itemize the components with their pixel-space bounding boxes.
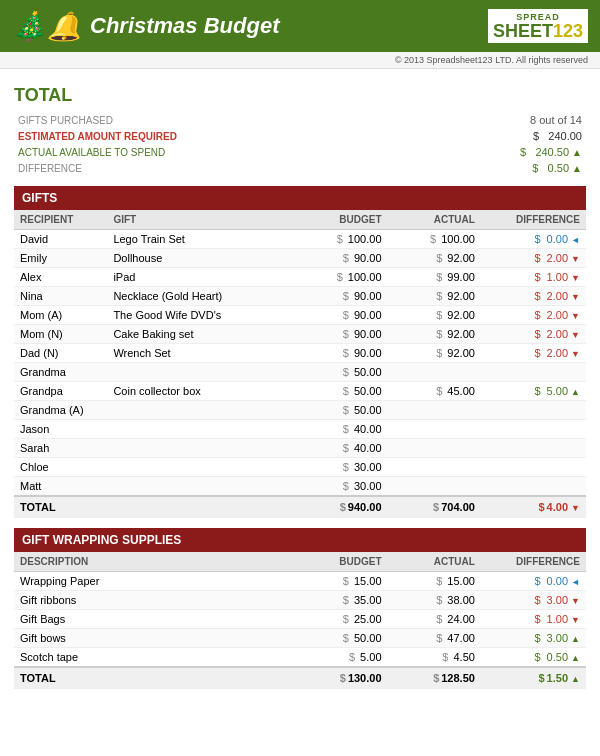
wrapping-section-header: GIFT WRAPPING SUPPLIES <box>14 528 586 552</box>
recipient-cell: Mom (N) <box>14 325 107 344</box>
actual-cell: $ 45.00 <box>388 382 481 401</box>
gifts-table-row: Alex iPad $ 100.00 $ 99.00 $ 1.00 ▼ <box>14 268 586 287</box>
dollar-sign: $ <box>533 130 539 142</box>
wrapping-total-actual: $128.50 <box>388 667 481 689</box>
recipient-cell: Jason <box>14 420 107 439</box>
budget-cell: $ 90.00 <box>294 344 387 363</box>
gifts-table: RECIPIENT GIFT BUDGET ACTUAL DIFFERENCE … <box>14 210 586 518</box>
gift-cell: Dollhouse <box>107 249 294 268</box>
summary-table: GIFTS PURCHASED 8 out of 14 ESTIMATED AM… <box>14 112 586 176</box>
gift-cell: Wrench Set <box>107 344 294 363</box>
gifts-table-row: Grandma (A) $ 50.00 <box>14 401 586 420</box>
recipient-cell: Grandma <box>14 363 107 382</box>
actual-cell <box>388 439 481 458</box>
wrapping-table-row: Scotch tape $ 5.00 $ 4.50 $ 0.50 ▲ <box>14 648 586 668</box>
actual-row: ACTUAL AVAILABLE TO SPEND $ 240.50 ▲ <box>14 144 586 160</box>
wrap-actual-cell: $ 15.00 <box>388 572 481 591</box>
wrap-actual-cell: $ 4.50 <box>388 648 481 668</box>
gift-cell <box>107 363 294 382</box>
gifts-table-row: Nina Necklace (Gold Heart) $ 90.00 $ 92.… <box>14 287 586 306</box>
actual-cell <box>388 420 481 439</box>
recipient-cell: Grandpa <box>14 382 107 401</box>
col-recipient: RECIPIENT <box>14 210 107 230</box>
actual-cell: $ 92.00 <box>388 306 481 325</box>
wrap-actual-cell: $ 38.00 <box>388 591 481 610</box>
wrap-budget-cell: $ 35.00 <box>294 591 387 610</box>
desc-cell: Gift bows <box>14 629 294 648</box>
gift-cell <box>107 477 294 497</box>
actual-cell: $ 92.00 <box>388 344 481 363</box>
gifts-total-budget: $940.00 <box>294 496 387 518</box>
desc-cell: Gift Bags <box>14 610 294 629</box>
col-description: DESCRIPTION <box>14 552 294 572</box>
diff-cell <box>481 477 586 497</box>
wrap-budget-cell: $ 15.00 <box>294 572 387 591</box>
recipient-cell: Matt <box>14 477 107 497</box>
budget-cell: $ 40.00 <box>294 439 387 458</box>
wrap-actual-cell: $ 24.00 <box>388 610 481 629</box>
wrap-diff-cell: $ 3.00 ▲ <box>481 629 586 648</box>
recipient-cell: David <box>14 230 107 249</box>
wrap-diff-cell: $ 0.00 ◄ <box>481 572 586 591</box>
gifts-purchased-row: GIFTS PURCHASED 8 out of 14 <box>14 112 586 128</box>
wrap-actual-cell: $ 47.00 <box>388 629 481 648</box>
actual-cell <box>388 363 481 382</box>
actual-cell: $ 92.00 <box>388 249 481 268</box>
wrapping-table-row: Gift bows $ 50.00 $ 47.00 $ 3.00 ▲ <box>14 629 586 648</box>
wrapping-total-row: TOTAL $130.00 $128.50 $1.50 ▲ <box>14 667 586 689</box>
wrap-diff-cell: $ 3.00 ▼ <box>481 591 586 610</box>
budget-cell: $ 50.00 <box>294 382 387 401</box>
diff-cell: $ 2.00 ▼ <box>481 325 586 344</box>
gifts-table-row: Dad (N) Wrench Set $ 90.00 $ 92.00 $ 2.0… <box>14 344 586 363</box>
difference-summary-label: DIFFERENCE <box>14 160 417 176</box>
budget-cell: $ 90.00 <box>294 325 387 344</box>
desc-cell: Scotch tape <box>14 648 294 668</box>
recipient-cell: Sarah <box>14 439 107 458</box>
logo-sheet-text: SHEET <box>493 22 553 40</box>
col-actual: ACTUAL <box>388 210 481 230</box>
gifts-purchased-value: 8 out of 14 <box>417 112 586 128</box>
budget-cell: $ 90.00 <box>294 287 387 306</box>
actual-cell <box>388 458 481 477</box>
wrapping-table-header-row: DESCRIPTION BUDGET ACTUAL DIFFERENCE <box>14 552 586 572</box>
col-gift: GIFT <box>107 210 294 230</box>
col-budget: BUDGET <box>294 210 387 230</box>
wrapping-table-row: Gift Bags $ 25.00 $ 24.00 $ 1.00 ▼ <box>14 610 586 629</box>
estimated-row: ESTIMATED AMOUNT REQUIRED $ 240.00 <box>14 128 586 144</box>
gifts-table-row: Mom (A) The Good Wife DVD's $ 90.00 $ 92… <box>14 306 586 325</box>
app-title: 🎄🔔 Christmas Budget <box>12 10 279 43</box>
diff-cell: $ 2.00 ▼ <box>481 287 586 306</box>
wrapping-total-label: TOTAL <box>14 667 294 689</box>
gift-cell: Necklace (Gold Heart) <box>107 287 294 306</box>
gifts-purchased-label: GIFTS PURCHASED <box>14 112 417 128</box>
wrapping-table-row: Wrapping Paper $ 15.00 $ 15.00 $ 0.00 ◄ <box>14 572 586 591</box>
gifts-total-diff: $4.00 ▼ <box>481 496 586 518</box>
actual-cell <box>388 477 481 497</box>
bells-icon: 🎄🔔 <box>12 10 82 43</box>
diff-cell <box>481 363 586 382</box>
recipient-cell: Dad (N) <box>14 344 107 363</box>
gifts-table-row: Grandpa Coin collector box $ 50.00 $ 45.… <box>14 382 586 401</box>
budget-cell: $ 30.00 <box>294 458 387 477</box>
diff-cell <box>481 401 586 420</box>
gifts-table-row: Mom (N) Cake Baking set $ 90.00 $ 92.00 … <box>14 325 586 344</box>
page-header: 🎄🔔 Christmas Budget SPREAD SHEET 123 <box>0 0 600 52</box>
gift-cell: Cake Baking set <box>107 325 294 344</box>
budget-cell: $ 50.00 <box>294 401 387 420</box>
estimated-label: ESTIMATED AMOUNT REQUIRED <box>14 128 417 144</box>
col-difference: DIFFERENCE <box>481 210 586 230</box>
estimated-value: $ 240.00 <box>417 128 586 144</box>
budget-cell: $ 100.00 <box>294 230 387 249</box>
actual-cell: $ 92.00 <box>388 325 481 344</box>
diff-cell <box>481 458 586 477</box>
gift-cell: iPad <box>107 268 294 287</box>
col-wrap-diff: DIFFERENCE <box>481 552 586 572</box>
gift-cell <box>107 458 294 477</box>
gift-cell <box>107 439 294 458</box>
recipient-cell: Chloe <box>14 458 107 477</box>
logo: SPREAD SHEET 123 <box>488 9 588 43</box>
wrap-budget-cell: $ 50.00 <box>294 629 387 648</box>
recipient-cell: Mom (A) <box>14 306 107 325</box>
copyright-text: © 2013 Spreadsheet123 LTD. All rights re… <box>395 55 588 65</box>
wrap-diff-cell: $ 0.50 ▲ <box>481 648 586 668</box>
